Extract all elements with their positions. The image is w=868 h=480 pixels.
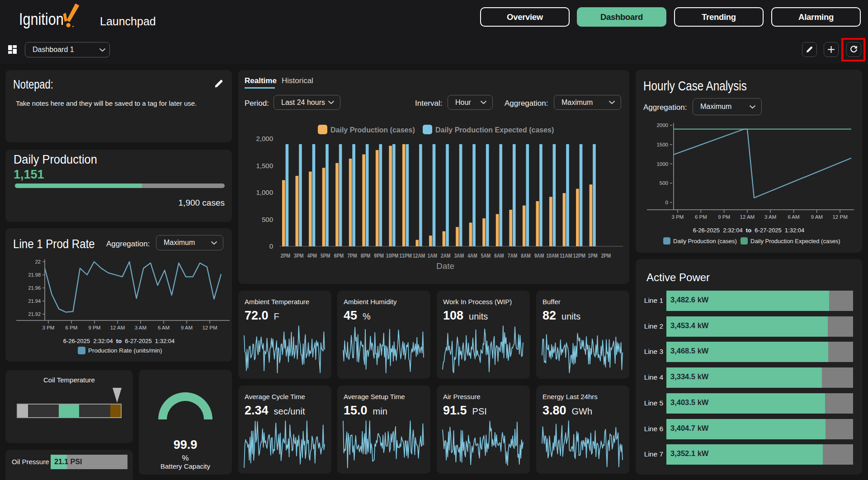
- svg-text:1PM: 1PM: [588, 252, 598, 259]
- svg-text:12 PM: 12 PM: [202, 325, 217, 330]
- svg-text:2,000: 2,000: [256, 135, 273, 142]
- svg-text:1AM: 1AM: [427, 252, 437, 259]
- svg-text:500: 500: [660, 180, 668, 186]
- svg-text:9 PM: 9 PM: [718, 214, 730, 220]
- svg-text:10AM: 10AM: [546, 252, 559, 259]
- svg-text:10PM: 10PM: [386, 252, 399, 259]
- svg-text:0: 0: [269, 242, 273, 250]
- svg-text:2000: 2000: [656, 122, 668, 128]
- svg-text:12 PM: 12 PM: [832, 214, 847, 220]
- svg-text:Date: Date: [436, 261, 454, 271]
- svg-text:Daily Production (cases): Daily Production (cases): [673, 238, 737, 245]
- svg-text:21.98: 21.98: [28, 272, 41, 278]
- svg-text:9 AM: 9 AM: [811, 214, 823, 220]
- svg-text:6-26-2025 2:32:04 to 6-27-2: 6-26-2025 2:32:04 to 6-27-2025 1:32:04: [693, 227, 804, 234]
- svg-text:12 AM: 12 AM: [110, 325, 125, 330]
- svg-text:3AM: 3AM: [454, 252, 464, 259]
- svg-text:6PM: 6PM: [334, 252, 344, 259]
- svg-text:500: 500: [262, 216, 273, 223]
- svg-text:8AM: 8AM: [521, 252, 531, 259]
- svg-text:6AM: 6AM: [494, 252, 504, 259]
- svg-text:11PM: 11PM: [399, 252, 412, 259]
- svg-text:12AM: 12AM: [413, 252, 425, 259]
- svg-text:9AM: 9AM: [534, 252, 544, 259]
- svg-text:6 PM: 6 PM: [66, 325, 78, 330]
- svg-text:1500: 1500: [656, 142, 668, 147]
- svg-text:12PM: 12PM: [573, 252, 586, 259]
- svg-text:4PM: 4PM: [307, 252, 317, 259]
- svg-text:5AM: 5AM: [481, 252, 491, 259]
- svg-text:5PM: 5PM: [321, 252, 330, 259]
- svg-text:3 PM: 3 PM: [672, 214, 684, 220]
- svg-text:2PM: 2PM: [601, 252, 611, 259]
- svg-text:3 PM: 3 PM: [42, 325, 55, 330]
- svg-text:2AM: 2AM: [441, 252, 451, 259]
- svg-text:0: 0: [665, 200, 668, 205]
- svg-text:6 AM: 6 AM: [158, 325, 170, 330]
- svg-text:6 PM: 6 PM: [695, 214, 707, 220]
- svg-text:22: 22: [35, 259, 41, 264]
- svg-text:2PM: 2PM: [280, 252, 290, 259]
- svg-text:11AM: 11AM: [560, 252, 572, 259]
- svg-text:6 AM: 6 AM: [788, 214, 799, 220]
- svg-text:7PM: 7PM: [347, 252, 357, 259]
- svg-text:9PM: 9PM: [374, 252, 384, 259]
- svg-text:3 AM: 3 AM: [764, 214, 776, 220]
- svg-text:4AM: 4AM: [467, 252, 477, 259]
- svg-text:1,500: 1,500: [256, 162, 273, 169]
- svg-text:1,000: 1,000: [256, 188, 273, 196]
- svg-text:6-26-2025 2:32:04 to 6-27-2: 6-26-2025 2:32:04 to 6-27-2025 1:32:04: [63, 338, 175, 344]
- svg-text:8PM: 8PM: [361, 252, 371, 259]
- svg-text:1000: 1000: [656, 161, 668, 167]
- svg-text:Production Rate (units/min): Production Rate (units/min): [88, 347, 162, 354]
- svg-text:12 AM: 12 AM: [740, 214, 755, 220]
- svg-text:7AM: 7AM: [508, 252, 518, 259]
- svg-text:21.94: 21.94: [28, 298, 41, 304]
- svg-text:Daily Production Expected (cas: Daily Production Expected (cases): [750, 238, 840, 245]
- svg-text:3 AM: 3 AM: [135, 325, 146, 330]
- svg-text:Daily Production (cases): Daily Production (cases): [330, 126, 415, 134]
- svg-text:9 PM: 9 PM: [89, 325, 101, 330]
- svg-text:3PM: 3PM: [294, 252, 304, 259]
- svg-text:21.92: 21.92: [28, 311, 41, 317]
- svg-text:9 AM: 9 AM: [181, 325, 193, 330]
- svg-text:21.96: 21.96: [28, 285, 41, 291]
- svg-text:Daily Production Expected (cas: Daily Production Expected (cases): [435, 126, 554, 134]
